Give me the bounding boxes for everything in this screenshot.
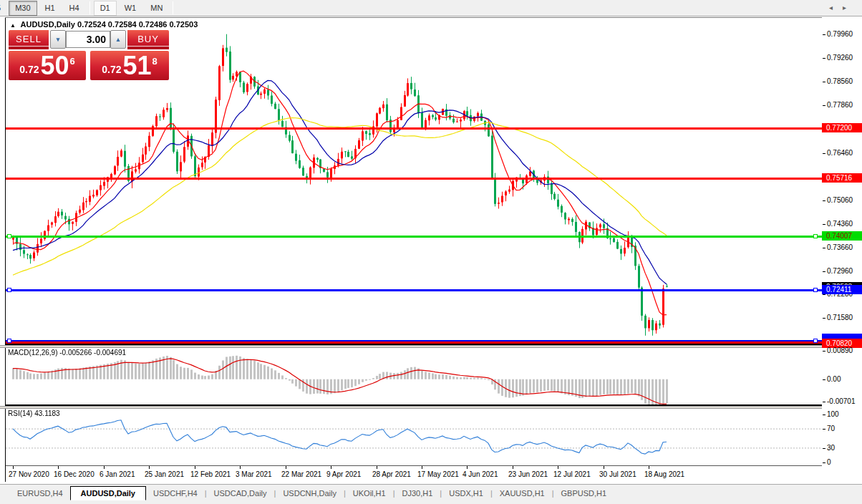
date-label: 17 May 2021	[417, 470, 459, 478]
level-price-label: 0.72411	[822, 285, 862, 294]
macd-axis-label: -0.00701	[827, 397, 855, 406]
date-tick	[467, 466, 468, 469]
rsi-axis-label: 100	[827, 410, 839, 419]
date-tick	[649, 466, 649, 469]
tab-gbpusd-h1[interactable]: GBPUSD,H1	[554, 487, 614, 500]
chart-ohlc-values: 0.72524 0.72584 0.72486 0.72503	[77, 20, 198, 29]
timeframe-toolbar: 5M30H1H4D1W1MN	[0, 0, 862, 16]
date-label: 6 Jan 2021	[100, 470, 135, 478]
tab-scroll-arrows[interactable]: ◂▸	[829, 4, 856, 11]
rsi-axis-label: 0	[827, 458, 831, 467]
one-click-trade-panel: SELL ▾ ▴ BUY 0.72 50 6 0.72 51 8	[9, 30, 169, 80]
rsi-value: 43.1183	[34, 410, 59, 417]
price-axis: 0.799600.792600.785600.778600.764600.750…	[822, 18, 862, 482]
tab-usdx-h1[interactable]: USDX,H1	[442, 487, 490, 500]
macd-pane: MACD(12,26,9) -0.005266 -0.004691	[6, 348, 822, 406]
tab-xauusd-h1[interactable]: XAUUSD,H1	[493, 487, 552, 500]
macd-canvas[interactable]	[6, 348, 822, 404]
date-tick	[513, 466, 513, 469]
macd-label: MACD(12,26,9) -0.005266 -0.004691	[8, 349, 126, 357]
timeframe-button-m30[interactable]: M30	[9, 1, 37, 16]
toolbar-separator	[89, 1, 90, 14]
rsi-label: RSI(14) 43.1183	[8, 410, 60, 417]
date-tick	[58, 466, 59, 469]
date-label: 3 Mar 2021	[236, 470, 272, 478]
date-axis: 27 Nov 202016 Dec 20206 Jan 202125 Jan 2…	[6, 466, 822, 482]
date-label: 27 Nov 2020	[9, 470, 49, 478]
date-label: 23 Jun 2021	[508, 470, 548, 478]
macd-axis-label: 0.00	[827, 375, 841, 384]
date-label: 18 Aug 2021	[644, 470, 684, 478]
date-label: 12 Feb 2021	[190, 470, 231, 478]
level-price-label: 0.77200	[822, 123, 862, 132]
timeframe-button-h1[interactable]: H1	[39, 1, 62, 16]
volume-decrease-button[interactable]: ▾	[50, 30, 66, 49]
date-tick	[195, 466, 195, 469]
timeframe-button-d1[interactable]: D1	[94, 1, 117, 16]
buy-price-base: 0.72	[102, 64, 121, 75]
price-tick-label: 0.75060	[827, 196, 853, 205]
price-tick-label: 0.79960	[827, 30, 853, 39]
date-tick	[558, 466, 558, 469]
rsi-axis-label: 70	[827, 425, 835, 433]
bottom-strip	[0, 501, 862, 504]
tab-ukoil-h1[interactable]: UKOil,H1	[346, 487, 393, 500]
date-label: 30 Jul 2021	[599, 470, 636, 478]
date-tick	[13, 466, 14, 469]
timeframe-button-mn[interactable]: MN	[144, 1, 169, 16]
price-tick-label: 0.71580	[827, 314, 853, 322]
date-tick	[286, 466, 286, 469]
collapse-arrow-icon[interactable]: ▲	[10, 22, 16, 29]
tab-eurusd-h4[interactable]: EURUSD,H4	[10, 487, 70, 500]
level-price-label: 0.75716	[822, 173, 862, 183]
price-tick-label: 0.77860	[827, 101, 853, 110]
buy-price-pipette: 8	[152, 56, 158, 67]
date-label: 12 Jul 2021	[553, 470, 591, 478]
date-tick	[331, 466, 331, 469]
date-tick	[240, 466, 241, 469]
tab-usdcnh-daily[interactable]: USDCNH,Daily	[276, 487, 344, 500]
timeframe-button-w1[interactable]: W1	[118, 1, 143, 16]
mt4-terminal: 5M30H1H4D1W1MN ▲ AUDUSD,Daily 0.72524 0.…	[0, 0, 862, 504]
price-tick-label: 0.78560	[827, 77, 853, 86]
buy-button[interactable]: BUY	[127, 30, 169, 49]
date-tick	[149, 466, 150, 469]
volume-increase-button[interactable]: ▴	[110, 30, 126, 49]
price-tick-label: 0.72960	[827, 267, 853, 276]
timeframe-button-5[interactable]: 5	[0, 1, 7, 16]
chart-title: ▲ AUDUSD,Daily 0.72524 0.72584 0.72486 0…	[10, 20, 198, 29]
rsi-canvas[interactable]	[6, 409, 822, 465]
sell-price-base: 0.72	[19, 64, 39, 75]
toolbar-separator	[173, 1, 173, 14]
tab-usdchf-h4[interactable]: USDCHF,H4	[146, 487, 205, 500]
buy-price-display[interactable]: 0.72 51 8	[90, 51, 169, 80]
sell-price-display[interactable]: 0.72 50 6	[9, 51, 86, 80]
macd-values: -0.005266 -0.004691	[59, 349, 126, 357]
chart-tab-bar: EURUSD,H4AUDUSD,DailyUSDCHF,H4|USDCAD,Da…	[0, 484, 862, 501]
chart-symbol-period: AUDUSD,Daily	[21, 20, 75, 29]
price-tick-label: 0.73660	[827, 243, 853, 252]
rsi-axis-label: 30	[827, 444, 835, 452]
date-label: 22 Mar 2021	[281, 470, 321, 478]
sell-button[interactable]: SELL	[9, 30, 49, 49]
date-label: 28 Apr 2021	[372, 470, 411, 478]
main-chart-pane: ▲ AUDUSD,Daily 0.72524 0.72584 0.72486 0…	[6, 18, 822, 345]
date-label: 16 Dec 2020	[54, 470, 95, 478]
date-tick	[104, 466, 105, 469]
macd-axis-label: 0.00890	[827, 346, 853, 355]
tab-audusd-daily[interactable]: AUDUSD,Daily	[70, 486, 146, 500]
buy-price-big: 51	[122, 54, 151, 78]
level-price-label: 0.74007	[822, 231, 862, 241]
timeframe-button-h4[interactable]: H4	[63, 1, 86, 16]
price-tick-label: 0.74360	[827, 220, 853, 228]
date-tick	[422, 466, 422, 469]
tab-dj30-h1[interactable]: DJ30,H1	[395, 487, 440, 500]
tab-usdcad-daily[interactable]: USDCAD,Daily	[207, 487, 274, 500]
date-label: 4 Jun 2021	[463, 470, 498, 478]
date-tick	[377, 466, 377, 469]
sell-price-pipette: 6	[70, 56, 75, 67]
price-tick-label: 0.79260	[827, 54, 853, 62]
date-tick	[604, 466, 604, 469]
rsi-pane: RSI(14) 43.1183	[6, 409, 822, 466]
volume-input[interactable]	[66, 31, 110, 48]
